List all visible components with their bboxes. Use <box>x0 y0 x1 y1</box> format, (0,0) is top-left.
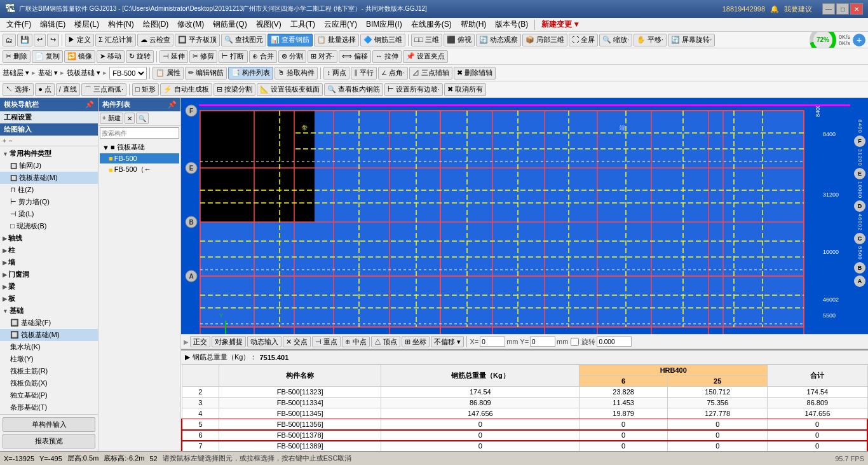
close-button[interactable]: ✕ <box>850 3 863 15</box>
tb-top-view[interactable]: ⬛ 俯视 <box>444 34 475 46</box>
menu-draw[interactable]: 绘图(D) <box>139 18 173 31</box>
tb-extend[interactable]: ⊣ 延伸 <box>159 50 188 63</box>
menu-rebar[interactable]: 钢筋量(Q) <box>209 18 250 31</box>
nav-axis-line[interactable]: ▶ 轴线 <box>0 232 98 244</box>
tb-3pt-axis[interactable]: ⊿ 三点辅轴 <box>409 67 452 80</box>
comp-fb500-alt[interactable]: ■ FB-500（← <box>100 163 179 176</box>
tb-auto-gen[interactable]: ⚡ 自动生成板 <box>160 83 212 96</box>
tb-align-top[interactable]: 🔲 平齐板顶 <box>175 34 220 46</box>
menu-cloud[interactable]: 云应用(Y) <box>320 18 361 31</box>
nav-column-pier[interactable]: 柱墩(Y) <box>0 353 98 365</box>
tb-find[interactable]: 🔍 查找图元 <box>221 34 266 46</box>
nav-foundation[interactable]: ▼ 基础 <box>0 305 98 317</box>
comp-fb500[interactable]: ■ FB-500 <box>100 153 179 163</box>
nav-slab[interactable]: □ 现浇板(B) <box>0 220 98 232</box>
tb-arc[interactable]: ⌒ 三点画弧· <box>81 83 126 96</box>
nav-add-icon[interactable]: + <box>3 137 6 144</box>
tb-view-rebar[interactable]: 📊 查看钢筋 <box>268 34 313 46</box>
tb-grip[interactable]: 📌 设置夹点 <box>403 50 448 63</box>
menu-component[interactable]: 构件(N) <box>104 18 138 31</box>
comp-search-input[interactable] <box>100 127 179 139</box>
tb-offset[interactable]: ⟺ 偏移 <box>339 50 371 63</box>
menu-online[interactable]: 在线服务(S) <box>407 18 456 31</box>
tb-open[interactable]: 🗂 <box>3 34 16 46</box>
tb-trim[interactable]: ✂ 修剪 <box>189 50 217 63</box>
bell-icon[interactable]: 🔔 <box>770 5 779 13</box>
snap-vertex[interactable]: △ 顶点 <box>371 336 400 347</box>
tb-fullscreen[interactable]: ⛶ 全屏 <box>569 34 598 46</box>
comp-new-btn[interactable]: + 新建 <box>100 113 123 124</box>
tb-merge[interactable]: ⊕ 合并 <box>249 50 277 63</box>
comp-search-btn[interactable]: 🔍 <box>136 113 149 124</box>
nav-sump[interactable]: 集水坑(K) <box>0 341 98 353</box>
menu-view[interactable]: 视图(V) <box>252 18 285 31</box>
tb-set-var-section[interactable]: 📐 设置筏板变截面 <box>257 83 323 96</box>
nav-column[interactable]: ⊓ 柱(Z) <box>0 184 98 196</box>
menu-modify[interactable]: 修改(M) <box>173 18 208 31</box>
menu-tools[interactable]: 工具(T) <box>287 18 319 31</box>
nav-openings[interactable]: ▶ 门窗洞 <box>0 268 98 281</box>
tb-move[interactable]: ➤ 移动 <box>97 50 125 63</box>
tb-pan[interactable]: ✋ 平移· <box>634 34 667 46</box>
tb-add-btn[interactable]: + <box>853 34 865 46</box>
snap-coord[interactable]: ⊞ 坐标 <box>402 336 430 347</box>
tb-batch-select[interactable]: 📋 批量选择 <box>314 34 359 46</box>
snap-dynamic[interactable]: 动态输入 <box>247 336 281 347</box>
nav-raft-found[interactable]: 🔲 筏板基础(M) <box>0 329 98 341</box>
nav-raft-main-rebar[interactable]: 筏板主筋(R) <box>0 365 98 377</box>
nav-minus-icon[interactable]: − <box>9 137 13 144</box>
data-table-container[interactable]: 构件名称 钢筋总重量（Kg） HRB400 合计 6 25 2FB-500 <box>181 364 868 451</box>
tb-dynamic[interactable]: 🔄 动态观察 <box>476 34 521 46</box>
tb-pick-comp[interactable]: 🖱 拾取构件 <box>275 67 318 80</box>
coord-y-input[interactable] <box>530 337 555 347</box>
coord-x-input[interactable] <box>480 337 505 347</box>
maximize-button[interactable]: □ <box>836 3 849 15</box>
tb-break[interactable]: ⊢ 打断 <box>219 50 247 63</box>
tb-point[interactable]: ● 点 <box>35 83 55 96</box>
tb-save[interactable]: 💾 <box>17 34 32 46</box>
report-preview[interactable]: 报表预览 <box>3 434 95 448</box>
tb-view-inner-rebar[interactable]: 🔍 查看板内钢筋 <box>324 83 383 96</box>
menu-bim[interactable]: BIM应用(I) <box>362 18 406 31</box>
nav-isolated[interactable]: 独立基础(P) <box>0 389 98 401</box>
nav-raft-neg-rebar[interactable]: 筏板负筋(X) <box>0 377 98 389</box>
tb-mirror[interactable]: 🔁 镜像 <box>64 50 95 63</box>
snap-object[interactable]: 对象捕捉 <box>212 336 246 347</box>
tb-rotate-screen[interactable]: 🔄 屏幕旋转· <box>668 34 715 46</box>
menu-floor[interactable]: 楼层(L) <box>71 18 103 31</box>
tb-line[interactable]: / 直线 <box>56 83 80 96</box>
tb-rect[interactable]: □ 矩形 <box>132 83 159 96</box>
snap-orthogonal[interactable]: 正交 <box>190 336 210 347</box>
minimize-button[interactable]: — <box>822 3 835 15</box>
snap-intersect[interactable]: ✕ 交点 <box>283 336 311 347</box>
menu-edit[interactable]: 编辑(E) <box>36 18 69 31</box>
tb-rotate[interactable]: ↻ 旋转 <box>126 50 154 63</box>
single-comp-input[interactable]: 单构件输入 <box>3 417 95 432</box>
tb-rebar-3d[interactable]: 🔷 钢筋三维 <box>360 34 405 46</box>
tb-zoom[interactable]: 🔍 缩放· <box>599 34 632 46</box>
menu-version[interactable]: 版本号(B) <box>491 18 532 31</box>
snap-no-offset[interactable]: 不偏移 ▾ <box>431 336 464 347</box>
help-text[interactable]: 我要建议 <box>784 4 812 14</box>
tb-undo[interactable]: ↩ <box>34 34 46 46</box>
canvas-svg[interactable]: A B E F 1 2 3 4 5 6 7/8 8 9 <box>181 98 868 334</box>
tb-delete[interactable]: ✂ 删除 <box>3 50 31 63</box>
tb-point-angle[interactable]: ∠ 点角· <box>378 67 408 80</box>
tb-edit-rebar[interactable]: ✏ 编辑钢筋 <box>185 67 227 80</box>
tb-set-edge[interactable]: ⊢ 设置所有边坡· <box>384 83 443 96</box>
tb-split-beam[interactable]: ⊟ 按梁分割 <box>214 83 255 96</box>
nav-beam-cat[interactable]: ▶ 梁 <box>0 281 98 293</box>
canvas-area[interactable]: A B E F 1 2 3 4 5 6 7/8 8 9 <box>181 98 868 334</box>
comp-panel-pin[interactable]: 📌 <box>168 101 177 109</box>
snap-midpoint[interactable]: ⊕ 中点 <box>342 336 370 347</box>
tb-del-axis[interactable]: ✖ 删除辅轴 <box>454 67 496 80</box>
tb-align[interactable]: ⊞ 对齐· <box>308 50 337 63</box>
tb-properties[interactable]: 📋 属性 <box>153 67 184 80</box>
menu-file[interactable]: 文件(F) <box>3 18 35 31</box>
tb-cancel-all[interactable]: ✖ 取消所有 <box>444 83 486 96</box>
rotate-checkbox[interactable] <box>571 338 579 346</box>
tb-comp-list[interactable]: 📑 构件列表 <box>228 67 273 80</box>
snap-endpoint[interactable]: ⊣ 重点 <box>312 336 341 347</box>
nav-col-cat[interactable]: ▶ 柱 <box>0 244 98 256</box>
menu-help[interactable]: 帮助(H) <box>457 18 491 31</box>
